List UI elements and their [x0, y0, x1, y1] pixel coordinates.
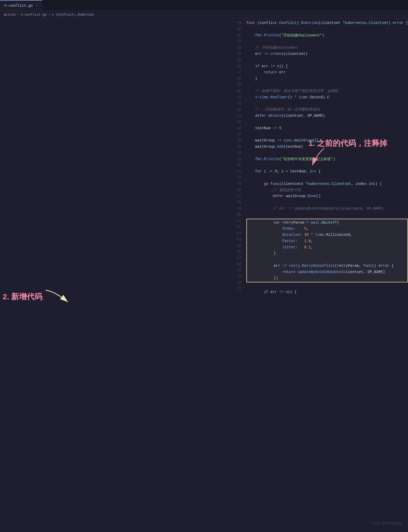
ln-49: 49 [2, 144, 241, 150]
ln-45: 45 [2, 119, 241, 125]
ln-44: 44 [2, 113, 241, 119]
code-line-32 [246, 38, 408, 45]
code-line-59: // err := updateByGetAndUpdate(clientset… [246, 206, 408, 212]
code-line-29: func (conflict Confilct) DoAction(client… [246, 20, 408, 26]
highlight-box: var retryParam = wait.Backoff{ Steps: 5,… [246, 219, 408, 283]
code-line-52 [246, 162, 408, 168]
tab-conflict-go[interactable]: ∞ conflict.go × [0, 0, 42, 11]
ln-57: 57 [2, 193, 241, 199]
breadcrumb-method[interactable]: (Confilct).DoAction [56, 13, 94, 17]
ln-58: 58 [2, 199, 241, 206]
watermark: CSDN @程序员欣宸 [371, 521, 402, 526]
ln-50: 50 [2, 150, 241, 156]
ln-54: 54 [2, 175, 241, 181]
line-numbers: 29 30 31 32 33 34 35 36 37 38 39 40 41 4… [0, 20, 243, 295]
ln-68: 68 [2, 261, 241, 268]
code-line-72: if err != nil { [246, 289, 408, 295]
code-line-60 [246, 212, 408, 218]
code-line-53: for i := 0; i < testNum; i++ { [246, 168, 408, 175]
tab-bar: ∞ conflict.go × [0, 0, 408, 11]
code-line-66: } [247, 250, 407, 257]
ln-43: 43 [2, 107, 241, 113]
ln-59: 59 [2, 206, 241, 212]
ln-62: 62 [2, 224, 241, 230]
code-line-42 [246, 100, 408, 107]
code-line-50 [246, 150, 408, 156]
code-line-37: return err [246, 69, 408, 76]
code-line-33: // 开始创建deployment [246, 45, 408, 51]
ln-66: 66 [2, 249, 241, 255]
ln-33: 33 [2, 45, 241, 51]
code-line-38: } [246, 76, 408, 82]
tab-filename: conflict.go [9, 4, 33, 8]
tab-close-button[interactable]: × [36, 4, 38, 8]
code-line-70: }) [247, 275, 407, 282]
breadcrumb-sep1: > [17, 13, 19, 17]
code-line-31: fmt.Println("开始创建deployment") [246, 33, 408, 39]
editor-wrapper: 29 30 31 32 33 34 35 36 37 38 39 40 41 4… [0, 18, 408, 295]
breadcrumb-go-icon: ∞ [21, 13, 23, 17]
breadcrumb-action[interactable]: action [4, 13, 16, 17]
code-line-39 [246, 82, 408, 88]
ln-46: 46 [2, 125, 241, 132]
ln-35: 35 [2, 57, 241, 63]
code-line-69: return updateByGetAndUpdate(clientset, D… [247, 269, 407, 275]
ln-63: 63 [2, 230, 241, 237]
code-line-43: // 一旦创建成功，就一定到删除再返回 [246, 107, 408, 113]
code-line-45 [246, 119, 408, 125]
ln-69: 69 [2, 268, 241, 274]
code-line-35 [246, 57, 408, 63]
ln-41: 41 [2, 94, 241, 101]
code-line-40: // 如果不延时，就会导致下面的更新过早，会报错 [246, 88, 408, 94]
code-line-44: defer delete(clientset, DP_NAME) [246, 113, 408, 119]
breadcrumb: action > ∞ conflict.go > ◇ (Confilct).Do… [0, 11, 408, 18]
ln-32: 32 [2, 38, 241, 45]
code-content: func (conflict Confilct) DoAction(client… [243, 20, 408, 295]
code-line-68: err := retry.RetryOnConflict(retryParam,… [247, 263, 407, 269]
breadcrumb-file[interactable]: conflict.go [24, 13, 47, 17]
ln-31: 31 [2, 33, 241, 39]
ln-55: 55 [2, 181, 241, 187]
code-line-30 [246, 26, 408, 33]
ln-65: 65 [2, 243, 241, 249]
ln-47: 47 [2, 131, 241, 138]
code-line-58 [246, 199, 408, 206]
code-line-36: if err != nil { [246, 63, 408, 70]
code-line-62: Steps: 5, [247, 226, 407, 232]
ln-52: 52 [2, 162, 241, 168]
code-line-41: <-time.NewTimer(1 * time.Second).C [246, 94, 408, 101]
code-line-56: // 避免进程卡死 [246, 187, 408, 193]
code-line-34: err := create(clientset) [246, 51, 408, 57]
code-line-67 [247, 257, 407, 263]
code-line-64: Factor: 1.0, [247, 238, 407, 244]
ln-36: 36 [2, 63, 241, 70]
code-line-49: waitGroup.Add(testNum) [246, 144, 408, 150]
code-line-54 [246, 175, 408, 181]
code-line-61: var retryParam = wait.Backoff{ [247, 220, 407, 226]
ln-51: 51 [2, 156, 241, 163]
ln-48: 48 [2, 138, 241, 144]
code-line-47 [246, 131, 408, 138]
ln-34: 34 [2, 51, 241, 57]
code-line-65: Jitter: 0.1, [247, 244, 407, 251]
code-line-51: fmt.Println("在协程中并发更新自定义标签") [246, 156, 408, 163]
ln-70: 70 [2, 274, 241, 280]
ln-60: 60 [2, 212, 241, 218]
breadcrumb-sep2: > [48, 13, 50, 17]
ln-30: 30 [2, 26, 241, 33]
ln-40: 40 [2, 88, 241, 94]
code-line-48: waitGroup := sync.WaitGroup{} [246, 138, 408, 144]
ln-61: 61 [2, 218, 241, 224]
breadcrumb-class-icon: ◇ [52, 12, 54, 17]
code-line-57: defer waitGroup.Done() [246, 193, 408, 199]
go-file-icon: ∞ [4, 3, 7, 8]
ln-39: 39 [2, 82, 241, 88]
ln-29: 29 [2, 20, 241, 26]
ln-71: 71 [2, 280, 241, 286]
ln-53: 53 [2, 168, 241, 175]
ln-42: 42 [2, 100, 241, 107]
ln-56: 56 [2, 187, 241, 193]
ln-64: 64 [2, 237, 241, 243]
code-line-55: go func(clientsetA *kubernetes.Clientset… [246, 181, 408, 187]
code-line-71 [246, 283, 408, 289]
